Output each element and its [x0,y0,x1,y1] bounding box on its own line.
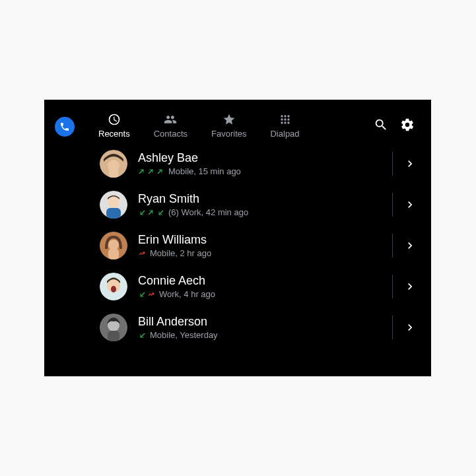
call-incoming-icon [156,209,164,217]
contact-avatar[interactable] [100,150,127,178]
row-divider [392,316,393,339]
call-info: Ryan Smith(6) Work, 42 min ago [138,192,383,218]
svg-point-1 [284,115,286,117]
call-row[interactable]: Ryan Smith(6) Work, 42 min ago [44,184,431,225]
row-divider [392,193,393,217]
svg-rect-11 [109,170,118,178]
svg-rect-14 [106,208,121,219]
tab-label: Contacts [154,129,187,139]
call-row[interactable]: Bill AndersonMobile, Yesterday [44,307,431,348]
call-details-button[interactable] [402,238,418,254]
call-outgoing-icon [138,168,146,176]
contact-avatar[interactable] [100,273,127,300]
call-detail: Mobile, 15 min ago [168,166,241,176]
call-incoming-icon [138,290,146,298]
call-subline: (6) Work, 42 min ago [138,207,383,217]
svg-point-4 [284,118,286,120]
search-icon [374,118,388,132]
contact-name: Ryan Smith [138,192,383,207]
contact-name: Ashley Bae [138,151,383,166]
call-outgoing-icon [147,209,155,217]
svg-point-20 [111,286,116,292]
top-bar: Recents Contacts Favorites Dialpad [44,100,431,141]
call-info: Erin WilliamsMobile, 2 hr ago [138,233,383,259]
svg-point-5 [287,118,289,120]
contact-avatar[interactable] [100,232,127,259]
gear-icon [400,118,415,132]
settings-button[interactable] [394,112,421,138]
contact-name: Erin Williams [138,233,383,248]
call-detail: Work, 4 hr ago [159,289,215,299]
contact-avatar[interactable] [100,314,127,341]
call-detail: Mobile, 2 hr ago [150,248,211,258]
call-info: Ashley BaeMobile, 15 min ago [138,151,383,177]
chevron-right-icon [403,320,417,335]
call-detail: Mobile, Yesterday [150,330,218,340]
call-details-button[interactable] [402,320,418,335]
phone-icon [59,121,70,132]
call-row[interactable]: Erin WilliamsMobile, 2 hr ago [44,225,431,266]
call-row[interactable]: Connie AechWork, 4 hr ago [44,266,431,307]
chevron-right-icon [403,238,417,254]
row-divider [392,152,393,176]
call-info: Connie AechWork, 4 hr ago [138,274,383,300]
tab-label: Recents [98,129,130,139]
call-missed-icon [147,290,155,298]
tab-label: Favorites [211,129,246,139]
call-incoming-icon [138,331,146,339]
phone-app-window: Recents Contacts Favorites Dialpad Ashle… [44,100,431,376]
tab-dialpad[interactable]: Dialpad [258,106,311,143]
recents-icon [108,113,121,126]
star-icon [222,113,236,126]
call-subline: Mobile, Yesterday [138,330,383,340]
call-details-button[interactable] [402,156,418,172]
svg-point-6 [281,121,283,123]
call-row[interactable]: Ashley BaeMobile, 15 min ago [44,143,431,184]
chevron-right-icon [403,197,417,213]
call-outgoing-icon [147,168,155,176]
svg-rect-17 [108,249,119,259]
tab-contacts[interactable]: Contacts [142,106,199,143]
call-missed-icon [138,250,146,257]
call-incoming-icon [138,209,146,217]
contacts-icon [164,113,177,126]
contact-name: Connie Aech [138,274,383,289]
svg-rect-23 [108,331,119,341]
row-divider [392,275,393,298]
tabs: Recents Contacts Favorites Dialpad [86,106,312,143]
svg-point-7 [284,121,286,123]
call-detail: (6) Work, 42 min ago [168,207,248,217]
call-info: Bill AndersonMobile, Yesterday [138,315,383,341]
chevron-right-icon [403,279,417,294]
search-button[interactable] [368,112,394,138]
tab-label: Dialpad [270,129,299,139]
tab-favorites[interactable]: Favorites [199,106,258,143]
svg-point-2 [287,115,289,117]
svg-point-16 [108,240,119,250]
call-subline: Mobile, 15 min ago [138,166,383,176]
dialpad-icon [279,113,292,126]
call-details-button[interactable] [402,279,418,294]
call-details-button[interactable] [402,197,418,213]
chevron-right-icon [403,156,417,172]
svg-point-8 [287,121,289,123]
call-subline: Mobile, 2 hr ago [138,248,383,258]
row-divider [392,234,393,257]
phone-app-icon[interactable] [55,117,75,137]
contact-name: Bill Anderson [138,315,383,329]
svg-point-0 [281,115,283,117]
tab-recents[interactable]: Recents [86,106,142,143]
recent-calls-list: Ashley BaeMobile, 15 min agoRyan Smith(6… [44,141,431,348]
contact-avatar[interactable] [100,191,127,219]
call-subline: Work, 4 hr ago [138,289,383,299]
call-outgoing-icon [156,168,164,176]
svg-point-3 [281,118,283,120]
